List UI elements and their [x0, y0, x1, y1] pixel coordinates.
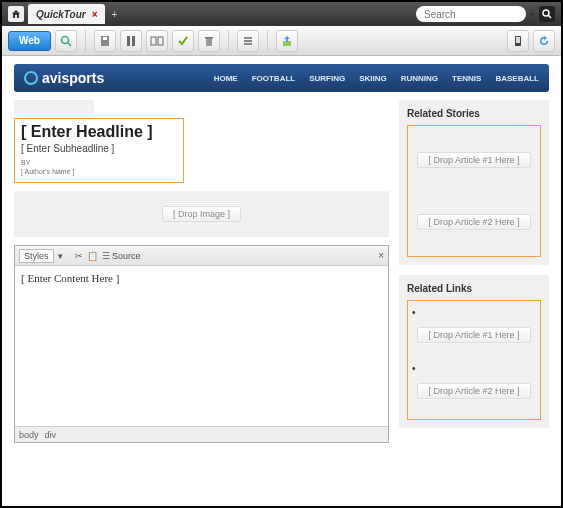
- svg-rect-14: [244, 43, 252, 45]
- editor-footer: body div: [15, 426, 388, 442]
- related-links-panel: Related Links • [ Drop Article #1 Here ]…: [399, 275, 549, 428]
- chevron-down-icon[interactable]: ▾: [58, 251, 63, 261]
- drop-slot-2[interactable]: [ Drop Article #2 Here ]: [412, 194, 536, 250]
- copy-icon[interactable]: 📋: [87, 251, 98, 261]
- bookmark-icon[interactable]: [120, 30, 142, 52]
- editor-body[interactable]: [ Enter Content Here ]: [15, 266, 388, 426]
- list-icon[interactable]: [237, 30, 259, 52]
- panel-title: Related Stories: [407, 108, 541, 119]
- svg-rect-10: [206, 38, 212, 46]
- chevron-down-icon[interactable]: ▾: [530, 9, 535, 20]
- separator: [267, 30, 268, 52]
- path-body[interactable]: body: [19, 430, 39, 440]
- svg-rect-7: [132, 36, 135, 46]
- nav-item-baseball[interactable]: BASEBALL: [495, 74, 539, 83]
- close-icon[interactable]: ×: [378, 250, 384, 261]
- main-column: [ Enter Headline ] [ Enter Subheadline ]…: [14, 100, 389, 443]
- save-icon[interactable]: [94, 30, 116, 52]
- add-tab-icon[interactable]: +: [111, 9, 117, 20]
- mobile-icon[interactable]: [507, 30, 529, 52]
- content-area: avisports HOME FOOTBALL SURFING SKIING R…: [2, 56, 561, 451]
- related-stories-dropzone[interactable]: [ Drop Article #1 Here ] [ Drop Article …: [407, 125, 541, 257]
- drop-image-button[interactable]: [ Drop Image ]: [162, 206, 241, 222]
- cut-icon[interactable]: ✂: [75, 251, 83, 261]
- styles-dropdown[interactable]: Styles: [19, 249, 54, 263]
- svg-rect-13: [244, 40, 252, 42]
- approve-icon[interactable]: [172, 30, 194, 52]
- headline-field[interactable]: [ Enter Headline ]: [21, 123, 177, 141]
- preview-icon[interactable]: [146, 30, 168, 52]
- editor-toolbar: Styles ▾ ✂ 📋 ☰ Source: [15, 246, 388, 266]
- drop-slot-1[interactable]: [ Drop Article #1 Here ]: [412, 132, 536, 188]
- drop-slot-2[interactable]: [ Drop Article #2 Here ]: [412, 369, 536, 413]
- svg-point-2: [61, 36, 68, 43]
- nav-item-surfing[interactable]: SURFING: [309, 74, 345, 83]
- svg-line-3: [68, 43, 71, 46]
- svg-rect-11: [205, 37, 213, 39]
- separator: [228, 30, 229, 52]
- nav-item-football[interactable]: FOOTBALL: [252, 74, 296, 83]
- search-icon[interactable]: [55, 30, 77, 52]
- tab-quicktour[interactable]: QuickTour ×: [28, 4, 105, 24]
- site-navbar: avisports HOME FOOTBALL SURFING SKIING R…: [14, 64, 549, 92]
- globe-icon: [24, 71, 38, 85]
- related-stories-panel: Related Stories [ Drop Article #1 Here ]…: [399, 100, 549, 265]
- delete-icon[interactable]: [198, 30, 220, 52]
- svg-rect-12: [244, 37, 252, 39]
- content-editor: × Styles ▾ ✂ 📋 ☰ Source [ Enter Content …: [14, 245, 389, 443]
- svg-rect-17: [516, 37, 520, 43]
- panel-title: Related Links: [407, 283, 541, 294]
- separator: [85, 30, 86, 52]
- svg-rect-6: [127, 36, 130, 46]
- byline-label: BY: [21, 159, 30, 166]
- subheadline-field[interactable]: [ Enter Subheadline ]: [21, 143, 177, 154]
- search-wrap: ▾: [416, 6, 555, 22]
- headline-box[interactable]: [ Enter Headline ] [ Enter Subheadline ]…: [14, 118, 184, 183]
- image-drop-zone[interactable]: [ Drop Image ]: [14, 191, 389, 237]
- drop-slot-1[interactable]: [ Drop Article #1 Here ]: [412, 313, 536, 357]
- brand-logo[interactable]: avisports: [24, 70, 104, 86]
- share-icon[interactable]: [276, 30, 298, 52]
- svg-line-1: [548, 15, 551, 18]
- nav-item-skiing[interactable]: SKIING: [359, 74, 387, 83]
- nav-item-home[interactable]: HOME: [214, 74, 238, 83]
- related-links-dropzone[interactable]: • [ Drop Article #1 Here ] • [ Drop Arti…: [407, 300, 541, 420]
- refresh-icon[interactable]: [533, 30, 555, 52]
- tab-label: QuickTour: [36, 9, 86, 20]
- search-input[interactable]: [416, 6, 526, 22]
- side-column: Related Stories [ Drop Article #1 Here ]…: [399, 100, 549, 443]
- nav-item-tennis[interactable]: TENNIS: [452, 74, 481, 83]
- source-button[interactable]: ☰ Source: [102, 251, 141, 261]
- home-icon[interactable]: [8, 6, 24, 22]
- nav-item-running[interactable]: RUNNING: [401, 74, 438, 83]
- svg-rect-8: [151, 37, 156, 45]
- svg-rect-9: [158, 37, 163, 45]
- search-button[interactable]: [539, 6, 555, 22]
- close-icon[interactable]: ×: [92, 9, 98, 20]
- author-field[interactable]: [ Author's Name ]: [21, 168, 74, 175]
- category-placeholder[interactable]: [14, 100, 94, 114]
- path-div[interactable]: div: [45, 430, 57, 440]
- svg-rect-5: [103, 37, 107, 40]
- top-bar: QuickTour × + ▾: [2, 2, 561, 26]
- main-toolbar: Web: [2, 26, 561, 56]
- web-mode-button[interactable]: Web: [8, 31, 51, 51]
